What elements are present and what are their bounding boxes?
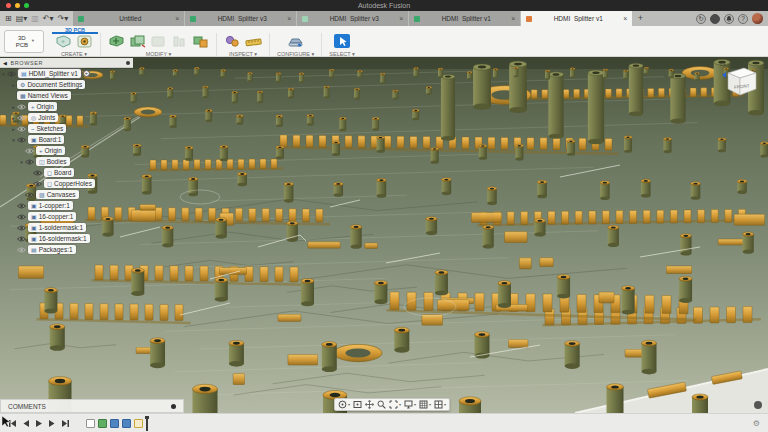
save-icon[interactable]: ▥ bbox=[31, 11, 39, 26]
browser-item-16-copper-1[interactable]: ▣ 16-copper:1 bbox=[0, 211, 150, 222]
browser-header[interactable]: ◀ BROWSER bbox=[0, 58, 133, 68]
browser-item-copperholes[interactable]: ◻ CopperHoles bbox=[0, 178, 150, 189]
browser-item-1-copper-1[interactable]: ▣ 1-copper:1 bbox=[0, 200, 150, 211]
redo-icon[interactable]: ↷▾ bbox=[58, 11, 69, 26]
expand-icon[interactable]: ▸ bbox=[10, 126, 17, 132]
ribbon-group-label[interactable]: CREATE ▾ bbox=[61, 51, 87, 57]
display-settings-icon[interactable]: ▾ bbox=[404, 400, 416, 409]
view-cube[interactable]: ⌂ FRONT bbox=[714, 57, 766, 103]
expand-icon[interactable]: ▾ bbox=[10, 137, 17, 143]
expand-icon[interactable]: ▸ bbox=[10, 82, 17, 88]
undo-icon[interactable]: ↶▾ bbox=[43, 11, 54, 26]
user-avatar[interactable] bbox=[752, 13, 763, 24]
ribbon-group-label[interactable]: CONFIGURE ▾ bbox=[277, 51, 314, 57]
expand-icon[interactable]: ▾ bbox=[18, 159, 25, 165]
ribbon-group-label[interactable]: SELECT ▾ bbox=[329, 51, 355, 57]
tab-hdmi-splitter-v1-4[interactable]: HDMI_Splitter v1 × bbox=[521, 11, 632, 26]
browser-item-canvases[interactable]: ▨ Canvases bbox=[0, 189, 150, 200]
new-tab-button[interactable]: + bbox=[633, 11, 647, 26]
browser-item-origin[interactable]: ▸+ Origin bbox=[0, 101, 150, 112]
sync-icon[interactable]: ↻ bbox=[696, 14, 706, 24]
home-view-icon[interactable]: ⌂ bbox=[720, 58, 725, 68]
align-icon[interactable] bbox=[171, 34, 188, 49]
feature-pending[interactable] bbox=[134, 419, 143, 428]
timeline-scrubber[interactable] bbox=[146, 416, 148, 431]
viewport-corner-icon[interactable] bbox=[754, 401, 762, 409]
browser-item-bodies[interactable]: ▾◫ Bodies bbox=[0, 156, 150, 167]
tab-hdmi-splitter-v3-2[interactable]: HDMI_Splitter v3 × bbox=[297, 11, 408, 26]
browser-item-root[interactable]: ▾ ▤ HDMI_Splitter v1 + bbox=[0, 68, 150, 79]
create-board-icon[interactable] bbox=[55, 34, 72, 49]
browser-item-1-soldermask-1[interactable]: ▣ 1-soldermask:1 bbox=[0, 222, 150, 233]
machine-icon[interactable] bbox=[287, 34, 304, 49]
feature-copper-2[interactable] bbox=[122, 419, 131, 428]
step-forward-button[interactable] bbox=[48, 414, 56, 432]
expand-icon[interactable]: ▸ bbox=[10, 104, 17, 110]
timeline-settings-gear-icon[interactable]: ⚙ bbox=[753, 419, 760, 428]
copy-icon[interactable] bbox=[129, 34, 146, 49]
ribbon-group-configure: CONFIGURE ▾ bbox=[270, 33, 322, 57]
move-icon[interactable] bbox=[108, 34, 125, 49]
select-icon[interactable] bbox=[333, 33, 351, 49]
swap-icon[interactable] bbox=[192, 34, 209, 49]
browser-item-named-views[interactable]: ▦ Named Views bbox=[0, 90, 150, 101]
ribbon-group-label[interactable]: INSPECT ▾ bbox=[229, 51, 257, 57]
feature-board[interactable] bbox=[98, 419, 107, 428]
item-label: 1-copper:1 bbox=[39, 202, 70, 209]
browser-item-document-settings[interactable]: ▸⚙ Document Settings bbox=[0, 79, 150, 90]
fit-icon[interactable]: ▾ bbox=[389, 400, 401, 409]
replace-icon[interactable] bbox=[150, 34, 167, 49]
measure-icon[interactable] bbox=[224, 34, 241, 49]
joints-icon: ◎ bbox=[31, 114, 36, 122]
browser-item-16-soldermask-1[interactable]: ▣ 16-soldermask:1 bbox=[0, 233, 150, 244]
go-to-end-button[interactable] bbox=[61, 414, 70, 432]
tab-untitled-0[interactable]: Untitled × bbox=[73, 11, 184, 26]
grid-settings-icon[interactable]: ▾ bbox=[419, 400, 431, 409]
step-back-button[interactable] bbox=[22, 414, 30, 432]
timeline-bar: ⚙ bbox=[0, 413, 768, 432]
document-icon bbox=[526, 16, 532, 22]
tab-close-icon[interactable]: × bbox=[175, 15, 179, 22]
browser-item-sketches[interactable]: ▸~ Sketches bbox=[0, 123, 150, 134]
item-label: 16-copper:1 bbox=[39, 213, 74, 220]
expand-icon[interactable]: ▸ bbox=[10, 115, 17, 121]
add-icon[interactable]: + bbox=[83, 70, 90, 77]
pan-icon[interactable] bbox=[365, 400, 374, 409]
tab-close-icon[interactable]: × bbox=[511, 15, 515, 22]
notifications-bell-icon[interactable] bbox=[724, 14, 734, 24]
workspace-selector[interactable]: 3D PCB▾ bbox=[4, 30, 44, 53]
help-icon[interactable]: ? bbox=[738, 14, 748, 24]
app-grid-icon[interactable]: ⊞ bbox=[5, 11, 12, 26]
file-menu-icon[interactable]: ▤▾ bbox=[16, 11, 28, 26]
browser-item-packages-1[interactable]: ▤ Packages:1 bbox=[0, 244, 150, 255]
browser-item-origin[interactable]: + Origin bbox=[0, 145, 150, 156]
viewport-3d[interactable]: ⌂ FRONT ◀ BROWSER ▾ ▤ HDMI_Splitter v1 +… bbox=[0, 57, 768, 413]
feature-empty[interactable] bbox=[86, 419, 95, 428]
play-button[interactable] bbox=[35, 414, 43, 432]
item-label: Document Settings bbox=[27, 81, 82, 88]
browser-item-board-1[interactable]: ▾▣ Board:1 bbox=[0, 134, 150, 145]
job-status-icon[interactable] bbox=[710, 14, 720, 24]
browser-item-joints[interactable]: ▸◎ Joints bbox=[0, 112, 150, 123]
orbit-icon[interactable]: ▾ bbox=[338, 400, 350, 409]
comments-bar[interactable]: COMMENTS bbox=[0, 399, 184, 413]
ruler-icon[interactable] bbox=[245, 34, 262, 49]
create-via-icon[interactable] bbox=[76, 34, 93, 49]
chevron-down-icon: ▾ bbox=[348, 402, 350, 407]
browser-item-board[interactable]: ◻ Board bbox=[0, 167, 150, 178]
expand-open-icon[interactable]: ▾ bbox=[0, 71, 7, 77]
tab-close-icon[interactable]: × bbox=[399, 15, 403, 22]
ribbon-group-label[interactable]: MODIFY ▾ bbox=[146, 51, 172, 57]
viewports-icon[interactable]: ▾ bbox=[434, 400, 446, 409]
tab-hdmi-splitter-v3-1[interactable]: HDMI_Splitter v3 × bbox=[185, 11, 296, 26]
zoom-icon[interactable] bbox=[377, 400, 386, 409]
tab-close-icon[interactable]: × bbox=[287, 15, 291, 22]
tab-hdmi-splitter-v1-3[interactable]: HDMI_Splitter v1 × bbox=[409, 11, 520, 26]
tab-close-icon[interactable]: × bbox=[623, 15, 627, 22]
item-label: Joints bbox=[38, 114, 55, 121]
chevron-down-icon: ▾ bbox=[32, 38, 34, 45]
tab-label: HDMI_Splitter v3 bbox=[199, 15, 285, 22]
feature-copper-1[interactable] bbox=[110, 419, 119, 428]
look-at-icon[interactable] bbox=[353, 400, 362, 409]
collapse-panel-icon[interactable]: ◀ bbox=[3, 60, 7, 66]
